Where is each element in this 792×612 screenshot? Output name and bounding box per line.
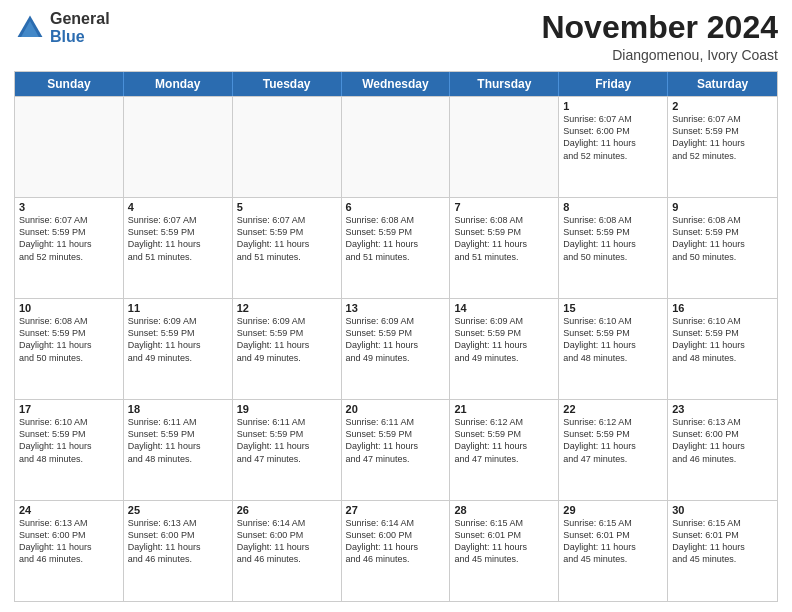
cell-info: Sunrise: 6:07 AM Sunset: 5:59 PM Dayligh…: [128, 214, 228, 263]
calendar-cell-empty: [342, 97, 451, 197]
day-number: 8: [563, 201, 663, 213]
calendar-cell-day-16: 16Sunrise: 6:10 AM Sunset: 5:59 PM Dayli…: [668, 299, 777, 399]
calendar-cell-day-18: 18Sunrise: 6:11 AM Sunset: 5:59 PM Dayli…: [124, 400, 233, 500]
calendar-cell-empty: [124, 97, 233, 197]
day-number: 24: [19, 504, 119, 516]
cell-info: Sunrise: 6:09 AM Sunset: 5:59 PM Dayligh…: [346, 315, 446, 364]
location: Diangomenou, Ivory Coast: [541, 47, 778, 63]
cell-info: Sunrise: 6:08 AM Sunset: 5:59 PM Dayligh…: [454, 214, 554, 263]
day-number: 23: [672, 403, 773, 415]
calendar-cell-day-23: 23Sunrise: 6:13 AM Sunset: 6:00 PM Dayli…: [668, 400, 777, 500]
cell-info: Sunrise: 6:15 AM Sunset: 6:01 PM Dayligh…: [454, 517, 554, 566]
day-number: 16: [672, 302, 773, 314]
weekday-header-saturday: Saturday: [668, 72, 777, 96]
day-number: 20: [346, 403, 446, 415]
day-number: 10: [19, 302, 119, 314]
day-number: 6: [346, 201, 446, 213]
day-number: 5: [237, 201, 337, 213]
cell-info: Sunrise: 6:09 AM Sunset: 5:59 PM Dayligh…: [237, 315, 337, 364]
calendar-body: 1Sunrise: 6:07 AM Sunset: 6:00 PM Daylig…: [15, 96, 777, 601]
cell-info: Sunrise: 6:08 AM Sunset: 5:59 PM Dayligh…: [19, 315, 119, 364]
calendar-header-row: SundayMondayTuesdayWednesdayThursdayFrid…: [15, 72, 777, 96]
day-number: 28: [454, 504, 554, 516]
calendar-cell-empty: [450, 97, 559, 197]
calendar-cell-day-30: 30Sunrise: 6:15 AM Sunset: 6:01 PM Dayli…: [668, 501, 777, 601]
day-number: 3: [19, 201, 119, 213]
calendar-cell-day-10: 10Sunrise: 6:08 AM Sunset: 5:59 PM Dayli…: [15, 299, 124, 399]
page: General Blue November 2024 Diangomenou, …: [0, 0, 792, 612]
cell-info: Sunrise: 6:08 AM Sunset: 5:59 PM Dayligh…: [672, 214, 773, 263]
cell-info: Sunrise: 6:14 AM Sunset: 6:00 PM Dayligh…: [237, 517, 337, 566]
day-number: 21: [454, 403, 554, 415]
cell-info: Sunrise: 6:08 AM Sunset: 5:59 PM Dayligh…: [563, 214, 663, 263]
cell-info: Sunrise: 6:15 AM Sunset: 6:01 PM Dayligh…: [672, 517, 773, 566]
calendar-cell-day-13: 13Sunrise: 6:09 AM Sunset: 5:59 PM Dayli…: [342, 299, 451, 399]
cell-info: Sunrise: 6:07 AM Sunset: 5:59 PM Dayligh…: [672, 113, 773, 162]
cell-info: Sunrise: 6:10 AM Sunset: 5:59 PM Dayligh…: [563, 315, 663, 364]
day-number: 19: [237, 403, 337, 415]
cell-info: Sunrise: 6:09 AM Sunset: 5:59 PM Dayligh…: [128, 315, 228, 364]
day-number: 25: [128, 504, 228, 516]
logo-general: General: [50, 10, 110, 28]
cell-info: Sunrise: 6:11 AM Sunset: 5:59 PM Dayligh…: [346, 416, 446, 465]
weekday-header-sunday: Sunday: [15, 72, 124, 96]
cell-info: Sunrise: 6:08 AM Sunset: 5:59 PM Dayligh…: [346, 214, 446, 263]
day-number: 22: [563, 403, 663, 415]
calendar-cell-empty: [233, 97, 342, 197]
calendar-cell-day-4: 4Sunrise: 6:07 AM Sunset: 5:59 PM Daylig…: [124, 198, 233, 298]
logo-text: General Blue: [50, 10, 110, 45]
day-number: 29: [563, 504, 663, 516]
logo-icon: [14, 12, 46, 44]
day-number: 7: [454, 201, 554, 213]
cell-info: Sunrise: 6:13 AM Sunset: 6:00 PM Dayligh…: [128, 517, 228, 566]
cell-info: Sunrise: 6:10 AM Sunset: 5:59 PM Dayligh…: [672, 315, 773, 364]
calendar-cell-empty: [15, 97, 124, 197]
month-title: November 2024: [541, 10, 778, 45]
day-number: 26: [237, 504, 337, 516]
day-number: 9: [672, 201, 773, 213]
cell-info: Sunrise: 6:13 AM Sunset: 6:00 PM Dayligh…: [672, 416, 773, 465]
calendar: SundayMondayTuesdayWednesdayThursdayFrid…: [14, 71, 778, 602]
calendar-cell-day-1: 1Sunrise: 6:07 AM Sunset: 6:00 PM Daylig…: [559, 97, 668, 197]
calendar-cell-day-17: 17Sunrise: 6:10 AM Sunset: 5:59 PM Dayli…: [15, 400, 124, 500]
calendar-cell-day-9: 9Sunrise: 6:08 AM Sunset: 5:59 PM Daylig…: [668, 198, 777, 298]
cell-info: Sunrise: 6:10 AM Sunset: 5:59 PM Dayligh…: [19, 416, 119, 465]
cell-info: Sunrise: 6:11 AM Sunset: 5:59 PM Dayligh…: [237, 416, 337, 465]
calendar-cell-day-5: 5Sunrise: 6:07 AM Sunset: 5:59 PM Daylig…: [233, 198, 342, 298]
cell-info: Sunrise: 6:09 AM Sunset: 5:59 PM Dayligh…: [454, 315, 554, 364]
logo: General Blue: [14, 10, 110, 45]
calendar-cell-day-20: 20Sunrise: 6:11 AM Sunset: 5:59 PM Dayli…: [342, 400, 451, 500]
calendar-cell-day-29: 29Sunrise: 6:15 AM Sunset: 6:01 PM Dayli…: [559, 501, 668, 601]
cell-info: Sunrise: 6:07 AM Sunset: 6:00 PM Dayligh…: [563, 113, 663, 162]
day-number: 4: [128, 201, 228, 213]
calendar-cell-day-6: 6Sunrise: 6:08 AM Sunset: 5:59 PM Daylig…: [342, 198, 451, 298]
calendar-cell-day-14: 14Sunrise: 6:09 AM Sunset: 5:59 PM Dayli…: [450, 299, 559, 399]
calendar-cell-day-27: 27Sunrise: 6:14 AM Sunset: 6:00 PM Dayli…: [342, 501, 451, 601]
calendar-cell-day-28: 28Sunrise: 6:15 AM Sunset: 6:01 PM Dayli…: [450, 501, 559, 601]
calendar-row-1: 1Sunrise: 6:07 AM Sunset: 6:00 PM Daylig…: [15, 96, 777, 197]
calendar-cell-day-11: 11Sunrise: 6:09 AM Sunset: 5:59 PM Dayli…: [124, 299, 233, 399]
day-number: 18: [128, 403, 228, 415]
weekday-header-tuesday: Tuesday: [233, 72, 342, 96]
cell-info: Sunrise: 6:12 AM Sunset: 5:59 PM Dayligh…: [563, 416, 663, 465]
calendar-cell-day-12: 12Sunrise: 6:09 AM Sunset: 5:59 PM Dayli…: [233, 299, 342, 399]
calendar-cell-day-3: 3Sunrise: 6:07 AM Sunset: 5:59 PM Daylig…: [15, 198, 124, 298]
cell-info: Sunrise: 6:13 AM Sunset: 6:00 PM Dayligh…: [19, 517, 119, 566]
day-number: 1: [563, 100, 663, 112]
cell-info: Sunrise: 6:14 AM Sunset: 6:00 PM Dayligh…: [346, 517, 446, 566]
calendar-row-5: 24Sunrise: 6:13 AM Sunset: 6:00 PM Dayli…: [15, 500, 777, 601]
day-number: 14: [454, 302, 554, 314]
cell-info: Sunrise: 6:07 AM Sunset: 5:59 PM Dayligh…: [19, 214, 119, 263]
day-number: 11: [128, 302, 228, 314]
day-number: 13: [346, 302, 446, 314]
title-block: November 2024 Diangomenou, Ivory Coast: [541, 10, 778, 63]
day-number: 2: [672, 100, 773, 112]
cell-info: Sunrise: 6:11 AM Sunset: 5:59 PM Dayligh…: [128, 416, 228, 465]
calendar-cell-day-21: 21Sunrise: 6:12 AM Sunset: 5:59 PM Dayli…: [450, 400, 559, 500]
calendar-row-3: 10Sunrise: 6:08 AM Sunset: 5:59 PM Dayli…: [15, 298, 777, 399]
cell-info: Sunrise: 6:07 AM Sunset: 5:59 PM Dayligh…: [237, 214, 337, 263]
calendar-cell-day-2: 2Sunrise: 6:07 AM Sunset: 5:59 PM Daylig…: [668, 97, 777, 197]
calendar-cell-day-26: 26Sunrise: 6:14 AM Sunset: 6:00 PM Dayli…: [233, 501, 342, 601]
day-number: 27: [346, 504, 446, 516]
calendar-cell-day-24: 24Sunrise: 6:13 AM Sunset: 6:00 PM Dayli…: [15, 501, 124, 601]
